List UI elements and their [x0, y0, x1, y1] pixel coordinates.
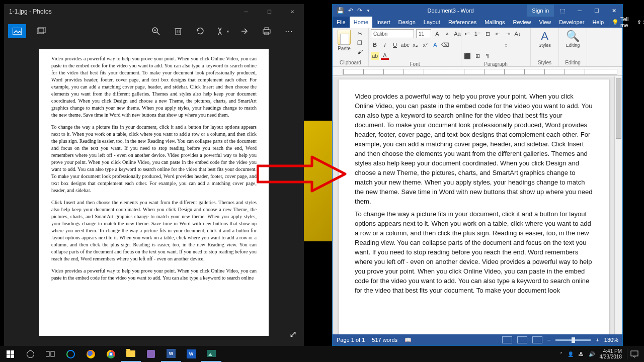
bullets-icon[interactable]: •≡ [463, 30, 471, 38]
save-icon[interactable]: 💾 [337, 7, 344, 14]
align-right-icon[interactable]: ≡ [484, 41, 492, 49]
paste-button[interactable]: Paste [335, 29, 354, 51]
taskbar-photos[interactable] [201, 346, 221, 362]
underline-icon[interactable]: U [391, 41, 399, 49]
superscript-icon[interactable]: x² [421, 41, 429, 49]
shading-icon[interactable]: ⬛ [463, 52, 471, 60]
borders-icon[interactable]: ⊞ [473, 52, 481, 60]
font-name-select[interactable]: Calibri [371, 29, 414, 38]
shrink-font-icon[interactable]: A [443, 30, 451, 38]
close-button[interactable]: ✕ [281, 4, 304, 19]
document-area[interactable]: Video provides a powerful way to help yo… [333, 76, 614, 334]
rotate-button[interactable] [189, 21, 211, 41]
clock[interactable]: 4:41 PM 4/23/2018 [600, 348, 622, 359]
copy-icon[interactable]: ❐ [356, 39, 364, 47]
taskbar-word-alt[interactable]: W [181, 346, 201, 362]
qat-more-icon[interactable]: ▼ [366, 9, 370, 13]
increase-indent-icon[interactable]: ⇥ [504, 30, 512, 38]
line-spacing-icon[interactable]: ↕≡ [504, 41, 512, 49]
ribbon-options-button[interactable]: ⬚ [554, 8, 571, 14]
print-layout-button[interactable] [517, 336, 527, 343]
change-case-icon[interactable]: Aa [453, 30, 461, 38]
print-button[interactable] [256, 21, 278, 41]
crop-edit-button[interactable]: ▾ [211, 21, 233, 41]
tab-help[interactable]: Help [588, 17, 608, 28]
maximize-button[interactable]: ☐ [258, 4, 281, 19]
taskbar-explorer[interactable] [121, 346, 141, 362]
start-button[interactable] [0, 346, 20, 362]
task-view-button[interactable] [40, 346, 60, 362]
text-effects-icon[interactable]: A [431, 41, 439, 49]
format-painter-icon[interactable]: 🖌 [356, 48, 364, 56]
align-center-icon[interactable]: ≡ [473, 41, 481, 49]
minimize-button[interactable]: ─ [234, 4, 258, 19]
tab-insert[interactable]: Insert [372, 17, 394, 28]
zoom-in-button[interactable]: + [596, 337, 599, 343]
zoom-slider[interactable] [555, 339, 591, 341]
more-button[interactable]: ⋯ [278, 21, 300, 41]
show-marks-icon[interactable]: ¶ [484, 52, 492, 60]
decrease-indent-icon[interactable]: ⇤ [494, 30, 502, 38]
maximize-button[interactable]: ☐ [588, 8, 605, 14]
volume-icon[interactable]: 🔊 [589, 351, 595, 357]
zoom-level[interactable]: 130% [604, 337, 618, 343]
tab-design[interactable]: Design [394, 17, 420, 28]
numbering-icon[interactable]: 1≡ [473, 30, 481, 38]
action-center-button[interactable] [627, 348, 641, 359]
read-mode-button[interactable] [502, 336, 512, 343]
tray-chevron-icon[interactable]: ˄ [560, 351, 562, 357]
subscript-icon[interactable]: x₂ [411, 41, 419, 49]
delete-button[interactable] [167, 21, 189, 41]
tab-file[interactable]: File [333, 17, 350, 28]
taskbar-word[interactable]: W [161, 346, 181, 362]
close-button[interactable]: ✕ [605, 8, 622, 14]
cut-icon[interactable]: ✂ [356, 30, 364, 38]
share-button[interactable]: ⇪Share [633, 17, 644, 28]
taskbar-edge[interactable] [60, 346, 80, 362]
spellcheck-icon[interactable]: 📖 [405, 337, 412, 343]
zoom-button[interactable] [145, 21, 167, 41]
font-size-select[interactable]: 11 [416, 29, 431, 38]
ruler[interactable] [333, 67, 622, 76]
tab-references[interactable]: References [444, 17, 480, 28]
scrollbar-thumb[interactable] [616, 78, 621, 139]
tab-mailings[interactable]: Mailings [480, 17, 509, 28]
clear-format-icon[interactable]: ⌫ [441, 41, 449, 49]
tab-view[interactable]: View [535, 17, 555, 28]
network-icon[interactable]: 🖧 [579, 351, 584, 357]
tab-review[interactable]: Review [509, 17, 535, 28]
web-layout-button[interactable] [532, 336, 542, 343]
tab-layout[interactable]: Layout [420, 17, 444, 28]
tellme-button[interactable]: 💡Tell me [608, 17, 633, 28]
undo-icon[interactable]: ↶ [348, 7, 353, 14]
taskbar-firefox[interactable] [80, 346, 101, 362]
cortana-button[interactable] [20, 346, 40, 362]
fullscreen-button[interactable]: ⤢ [289, 329, 297, 340]
strike-icon[interactable]: abc [401, 41, 409, 49]
grow-font-icon[interactable]: A [433, 30, 441, 38]
zoom-out-button[interactable]: − [547, 337, 550, 343]
share-button[interactable] [233, 21, 256, 41]
justify-icon[interactable]: ≡ [494, 41, 502, 49]
highlight-icon[interactable]: ab [371, 52, 379, 60]
tab-home[interactable]: Home [350, 17, 372, 28]
add-to-collection-button[interactable] [30, 21, 52, 41]
tab-developer[interactable]: Developer [555, 17, 588, 28]
sort-icon[interactable]: A↓ [514, 30, 522, 38]
people-icon[interactable]: 👤 [568, 351, 574, 357]
editing-button[interactable]: 🔍Editing [565, 29, 581, 49]
signin-button[interactable]: Sign in [527, 5, 554, 17]
bold-icon[interactable]: B [371, 41, 379, 49]
minimize-button[interactable]: ─ [571, 8, 588, 14]
see-all-photos-button[interactable] [8, 24, 26, 38]
italic-icon[interactable]: I [381, 41, 389, 49]
align-left-icon[interactable]: ≡ [463, 41, 471, 49]
taskbar-app[interactable] [141, 346, 161, 362]
word-count[interactable]: 517 words [372, 337, 397, 343]
page-status[interactable]: Page 1 of 1 [337, 337, 365, 343]
vertical-scrollbar[interactable] [614, 76, 622, 334]
redo-icon[interactable]: ↷ [357, 7, 362, 14]
font-color-icon[interactable]: A [381, 52, 389, 60]
styles-button[interactable]: AStyles [537, 29, 553, 49]
taskbar-chrome[interactable] [101, 346, 121, 362]
